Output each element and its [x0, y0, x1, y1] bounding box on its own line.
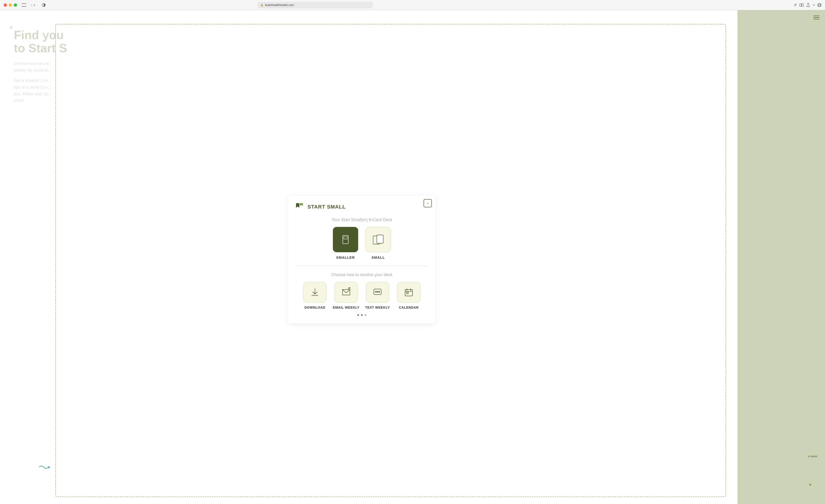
card-option-smaller[interactable]: SMALLER	[333, 227, 358, 259]
reload-button[interactable]: ↺	[794, 3, 797, 7]
close-traffic-light[interactable]	[4, 3, 7, 7]
delivery-row: DOWNLOAD EMAI	[296, 282, 428, 310]
share-button[interactable]	[806, 3, 810, 7]
delivery-option-text[interactable]: TEXT WEEKLY	[364, 282, 391, 310]
download-label: DOWNLOAD	[305, 306, 325, 310]
scroll-dot-3	[365, 314, 366, 316]
address-bar[interactable]: 🔒 brainhealthtoolkit.com	[257, 2, 373, 8]
svg-point-21	[377, 291, 378, 292]
url-text: brainhealthtoolkit.com	[265, 3, 294, 7]
page-area: × Find youto Start S Choose how you w...…	[0, 10, 825, 504]
card-size-row: SMALLER SMALL	[296, 227, 428, 259]
modal-overlay: − START SMALL	[0, 10, 738, 504]
week-text: a week.	[808, 454, 818, 458]
modal-card: − START SMALL	[288, 195, 436, 323]
svg-point-20	[375, 291, 376, 292]
small-label: SMALL	[372, 255, 385, 259]
titlebar: ‹ › 🔒 brainhealthtoolkit.com ↺ +	[0, 0, 825, 10]
nav-arrows: ‹ ›	[31, 3, 35, 7]
delivery-option-download[interactable]: DOWNLOAD	[301, 282, 329, 310]
calendar-label: CALENDAR	[399, 306, 419, 310]
modal-header: START SMALL	[296, 203, 428, 211]
hamburger-menu[interactable]	[814, 16, 820, 19]
modal-scroll-dots	[296, 314, 428, 316]
svg-rect-27	[406, 292, 408, 293]
modal-title: START SMALL	[307, 204, 346, 210]
smaller-icon-box	[333, 227, 358, 252]
sidebar-toggle[interactable]	[22, 3, 26, 7]
forward-button[interactable]: ›	[34, 3, 35, 7]
traffic-lights	[4, 3, 17, 7]
back-button[interactable]: ‹	[31, 3, 32, 7]
right-panel: a week.	[738, 10, 825, 504]
svg-rect-14	[377, 235, 383, 243]
new-tab-button[interactable]: +	[813, 3, 815, 7]
reader-view-button[interactable]	[800, 3, 804, 7]
svg-rect-4	[818, 4, 821, 6]
svg-rect-2	[802, 4, 803, 6]
brand-logo	[296, 203, 304, 211]
lock-icon: 🔒	[260, 3, 264, 6]
tabs-overview-button[interactable]	[818, 3, 821, 7]
dot-nav-3[interactable]	[809, 484, 811, 486]
contrast-icon[interactable]	[42, 3, 46, 7]
background-page: × Find youto Start S Choose how you w...…	[0, 10, 738, 504]
svg-point-22	[379, 291, 380, 292]
maximize-traffic-light[interactable]	[14, 3, 17, 7]
small-icon-box	[366, 227, 391, 252]
svg-rect-12	[344, 237, 347, 239]
scroll-dot-1	[357, 314, 359, 316]
scroll-dot-2	[361, 314, 363, 316]
smaller-label: SMALLER	[336, 255, 355, 259]
download-icon-box	[303, 282, 326, 303]
email-icon-box	[335, 282, 358, 303]
svg-rect-1	[800, 4, 801, 6]
delivery-option-email[interactable]: EMAIL WEEKLY	[332, 282, 360, 310]
modal-subtitle: Your Start Small(er) 8-Card Deck	[296, 217, 428, 223]
text-icon-box	[366, 282, 389, 303]
toolbar-right: ↺ +	[794, 3, 821, 7]
delivery-option-calendar[interactable]: CALENDAR	[395, 282, 423, 310]
minimize-traffic-light[interactable]	[9, 3, 12, 7]
text-weekly-label: TEXT WEEKLY	[365, 306, 390, 310]
svg-rect-23	[405, 289, 412, 296]
calendar-icon-box	[397, 282, 420, 303]
modal-minimize-button[interactable]: −	[424, 199, 432, 207]
email-weekly-label: EMAIL WEEKLY	[333, 306, 360, 310]
receive-subtitle: Choose how to receive your deck	[296, 271, 428, 278]
section-divider	[296, 266, 428, 266]
card-option-small[interactable]: SMALL	[366, 227, 391, 259]
